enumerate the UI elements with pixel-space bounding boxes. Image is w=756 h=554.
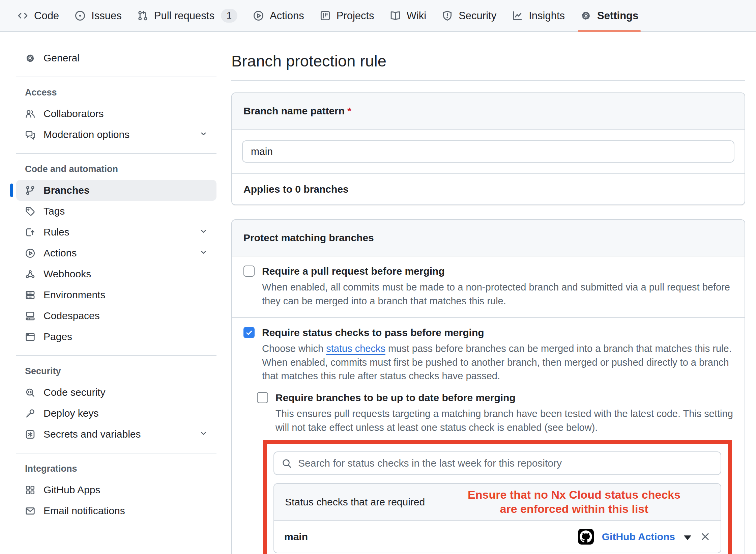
sidebar-item-secrets-and-variables[interactable]: Secrets and variables: [16, 424, 216, 445]
github-actions-logo-icon: [578, 529, 594, 545]
protect-matching-branches-card: Protect matching branches Require a pull…: [231, 219, 745, 554]
sidebar-item-code-security[interactable]: Code security: [16, 382, 216, 403]
tab-label: Wiki: [407, 10, 427, 22]
sidebar-item-label: Environments: [43, 289, 208, 301]
issue-icon: [75, 10, 86, 21]
branch-name-pattern-body: [232, 130, 745, 173]
status-check-search: [273, 451, 721, 475]
sidebar-item-label: Secrets and variables: [43, 428, 191, 440]
sidebar-item-codespaces[interactable]: Codespaces: [16, 305, 216, 326]
git-branch-icon: [25, 185, 35, 196]
sidebar-item-branches[interactable]: Branches: [16, 180, 216, 201]
codespaces-icon: [25, 311, 35, 321]
codescan-icon: [25, 387, 35, 398]
sidebar-item-moderation-options[interactable]: Moderation options: [16, 124, 216, 145]
option-label: Require status checks to pass before mer…: [262, 326, 484, 339]
sidebar-item-general[interactable]: General: [16, 48, 216, 68]
pull-request-icon: [137, 10, 148, 21]
status-checks-list-header: Status checks that are required Ensure t…: [274, 484, 721, 521]
repo-tab-bar: Code Issues Pull requests 1 Actions Proj…: [0, 0, 756, 32]
tab-label: Pull requests: [154, 10, 214, 22]
sidebar-section-title: Integrations: [25, 464, 216, 474]
option-require-pull-request: Require a pull request before merging Wh…: [232, 256, 745, 318]
status-checks-list-title: Status checks that are required: [285, 496, 425, 508]
tab-projects[interactable]: Projects: [312, 0, 382, 31]
tab-issues[interactable]: Issues: [67, 0, 129, 31]
play-circle-icon: [253, 10, 264, 21]
tab-actions[interactable]: Actions: [245, 0, 312, 31]
tab-pull-requests[interactable]: Pull requests 1: [129, 0, 245, 31]
chevron-down-icon: [199, 247, 208, 259]
comment-discussion-icon: [25, 130, 35, 140]
page-title: Branch protection rule: [231, 46, 745, 81]
chevron-down-icon: [199, 428, 208, 440]
branch-name-pattern-label: Branch name pattern: [243, 105, 345, 116]
tab-label: Code: [34, 10, 59, 22]
option-description: This ensures pull requests targeting a m…: [275, 407, 733, 434]
sidebar-item-email-notifications[interactable]: Email notifications: [16, 500, 216, 521]
sidebar-item-actions[interactable]: Actions: [16, 243, 216, 264]
github-actions-link[interactable]: GitHub Actions: [602, 531, 675, 543]
sidebar-item-rules[interactable]: Rules: [16, 222, 216, 243]
sidebar-item-label: Branches: [43, 185, 208, 196]
branch-name-pattern-card: Branch name pattern* Applies to 0 branch…: [231, 92, 745, 205]
source-dropdown-caret-icon[interactable]: [684, 535, 691, 540]
option-label: Require a pull request before merging: [262, 265, 445, 278]
sidebar-item-label: Email notifications: [43, 505, 208, 517]
status-check-search-input[interactable]: [298, 458, 713, 469]
main-content: Branch protection rule Branch name patte…: [222, 32, 756, 554]
settings-sidebar: General Access Collaborators Moderation …: [0, 32, 222, 521]
sidebar-item-label: Actions: [43, 247, 191, 259]
description-text: Choose which: [262, 343, 326, 354]
tab-label: Security: [459, 10, 496, 22]
sidebar-section-title: Code and automation: [25, 164, 216, 174]
sidebar-item-collaborators[interactable]: Collaborators: [16, 103, 216, 124]
annotation-text: Ensure that no Nx Cloud status checks ar…: [425, 488, 710, 516]
code-icon: [17, 10, 28, 21]
option-description: Choose which status checks must pass bef…: [262, 342, 733, 383]
branch-name-pattern-header: Branch name pattern*: [232, 93, 745, 130]
sidebar-item-pages[interactable]: Pages: [16, 326, 216, 347]
sidebar-item-label: Tags: [43, 205, 208, 217]
sidebar-item-environments[interactable]: Environments: [16, 284, 216, 305]
tab-settings[interactable]: Settings: [573, 0, 646, 31]
check-icon: [245, 329, 253, 337]
tab-label: Projects: [337, 10, 374, 22]
sidebar-item-webhooks[interactable]: Webhooks: [16, 264, 216, 284]
server-icon: [25, 290, 35, 300]
applies-to-branches-text: Applies to 0 branches: [232, 173, 745, 204]
sidebar-item-tags[interactable]: Tags: [16, 201, 216, 222]
sidebar-item-label: Webhooks: [43, 268, 208, 280]
sidebar-divider: [16, 355, 216, 356]
tab-wiki[interactable]: Wiki: [382, 0, 434, 31]
status-check-name: main: [284, 531, 578, 543]
gear-icon: [580, 10, 591, 21]
require-up-to-date-checkbox[interactable]: [257, 392, 268, 403]
tab-label: Actions: [270, 10, 304, 22]
annotation-line-1: Ensure that no Nx Cloud status checks: [468, 488, 680, 501]
option-description: When enabled, all commits must be made t…: [262, 280, 733, 308]
sidebar-divider: [16, 77, 216, 77]
required-asterisk: *: [347, 105, 351, 116]
require-status-checks-checkbox[interactable]: [243, 327, 255, 338]
annotation-line-2: are enforced within this list: [500, 502, 648, 515]
search-icon: [282, 458, 292, 469]
shield-icon: [442, 10, 453, 21]
branch-name-pattern-input[interactable]: [242, 140, 734, 163]
mail-icon: [25, 506, 35, 516]
tab-code[interactable]: Code: [9, 0, 67, 31]
sidebar-item-label: Collaborators: [43, 108, 208, 119]
tab-security[interactable]: Security: [434, 0, 504, 31]
sidebar-item-github-apps[interactable]: GitHub Apps: [16, 479, 216, 500]
require-pull-request-checkbox[interactable]: [243, 266, 255, 277]
gear-icon: [25, 53, 35, 63]
tab-insights[interactable]: Insights: [504, 0, 573, 31]
pull-request-count-badge: 1: [221, 9, 237, 23]
remove-status-check-button[interactable]: [700, 531, 710, 542]
browser-icon: [25, 332, 35, 342]
sidebar-item-deploy-keys[interactable]: Deploy keys: [16, 403, 216, 424]
book-icon: [390, 10, 401, 21]
status-checks-link[interactable]: status checks: [326, 343, 385, 354]
chevron-down-icon: [199, 129, 208, 140]
status-check-row: main GitHub Actions: [274, 521, 721, 553]
